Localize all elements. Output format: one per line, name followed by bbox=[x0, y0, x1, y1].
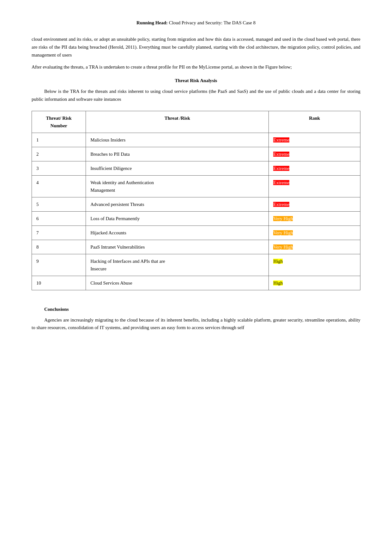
rank-badge: Very High bbox=[273, 216, 293, 221]
row-4-rank: Extreme bbox=[269, 175, 360, 197]
row-5-rank: Extreme bbox=[269, 197, 360, 211]
row-6-threat: Loss of Data Permanently bbox=[86, 211, 269, 226]
row-3-rank: Extreme bbox=[269, 161, 360, 175]
rank-badge: Extreme bbox=[273, 137, 289, 142]
conclusions-section: Conclusions Agencies are increasingly mi… bbox=[32, 305, 360, 332]
running-head-text: Cloud Privacy and Security: The DAS Case… bbox=[169, 20, 256, 25]
body-paragraph-2: After evaluating the threats, a TRA is u… bbox=[32, 63, 360, 71]
row-4-threat: Weak identity and AuthenticationManageme… bbox=[86, 175, 269, 197]
rank-badge: Extreme bbox=[273, 202, 289, 207]
table-row: 1 Malicious Insiders Extreme bbox=[32, 133, 360, 147]
table-row: 7 Hijacked Accounts Very High bbox=[32, 226, 360, 240]
conclusions-heading: Conclusions bbox=[44, 305, 360, 313]
row-7-threat: Hijacked Accounts bbox=[86, 226, 269, 240]
row-2-rank: Extreme bbox=[269, 147, 360, 161]
threat-risk-table: Threat/ RiskNumber Threat /Risk Rank 1 M… bbox=[32, 111, 360, 290]
col-header-threat: Threat /Risk bbox=[86, 111, 269, 133]
rank-badge: Extreme bbox=[273, 180, 289, 185]
row-9-threat: Hacking of Interfaces and APIs that areI… bbox=[86, 254, 269, 276]
row-7-number: 7 bbox=[32, 226, 86, 240]
row-10-threat: Cloud Services Abuse bbox=[86, 276, 269, 290]
row-2-number: 2 bbox=[32, 147, 86, 161]
running-head: Running Head: Cloud Privacy and Security… bbox=[32, 19, 360, 27]
row-1-rank: Extreme bbox=[269, 133, 360, 147]
row-6-number: 6 bbox=[32, 211, 86, 226]
row-5-threat: Advanced persistent Threats bbox=[86, 197, 269, 211]
row-6-rank: Very High bbox=[269, 211, 360, 226]
row-1-number: 1 bbox=[32, 133, 86, 147]
row-10-rank: High bbox=[269, 276, 360, 290]
col-header-rank: Rank bbox=[269, 111, 360, 133]
row-3-number: 3 bbox=[32, 161, 86, 175]
rank-badge: Very High bbox=[273, 244, 293, 250]
rank-badge: Extreme bbox=[273, 166, 289, 171]
section-heading-tra: Threat Risk Analysis bbox=[32, 77, 360, 84]
rank-badge: High bbox=[273, 259, 283, 264]
table-row: 4 Weak identity and AuthenticationManage… bbox=[32, 175, 360, 197]
table-row: 9 Hacking of Interfaces and APIs that ar… bbox=[32, 254, 360, 276]
row-7-rank: Very High bbox=[269, 226, 360, 240]
col-header-number: Threat/ RiskNumber bbox=[32, 111, 86, 133]
row-1-threat: Malicious Insiders bbox=[86, 133, 269, 147]
row-4-number: 4 bbox=[32, 175, 86, 197]
rank-badge: Extreme bbox=[273, 152, 289, 157]
row-2-threat: Breaches to PII Data bbox=[86, 147, 269, 161]
row-5-number: 5 bbox=[32, 197, 86, 211]
table-row: 10 Cloud Services Abuse High bbox=[32, 276, 360, 290]
table-row: 8 PaaS Intranet Vulnerabilities Very Hig… bbox=[32, 240, 360, 254]
body-paragraph-1: cloud environment and its risks, or adop… bbox=[32, 35, 360, 59]
row-8-number: 8 bbox=[32, 240, 86, 254]
row-10-number: 10 bbox=[32, 276, 86, 290]
table-row: 5 Advanced persistent Threats Extreme bbox=[32, 197, 360, 211]
row-8-threat: PaaS Intranet Vulnerabilities bbox=[86, 240, 269, 254]
row-3-threat: Insufficient Diligence bbox=[86, 161, 269, 175]
table-row: 6 Loss of Data Permanently Very High bbox=[32, 211, 360, 226]
intro-paragraph: Below is the TRA for the threats and ris… bbox=[32, 87, 360, 103]
conclusions-paragraph: Agencies are increasingly migrating to t… bbox=[32, 316, 360, 332]
table-row: 2 Breaches to PII Data Extreme bbox=[32, 147, 360, 161]
rank-badge: Very High bbox=[273, 230, 293, 235]
rank-badge: High bbox=[273, 280, 283, 286]
row-9-number: 9 bbox=[32, 254, 86, 276]
row-8-rank: Very High bbox=[269, 240, 360, 254]
running-head-label: Running Head: bbox=[136, 20, 168, 25]
table-row: 3 Insufficient Diligence Extreme bbox=[32, 161, 360, 175]
row-9-rank: High bbox=[269, 254, 360, 276]
